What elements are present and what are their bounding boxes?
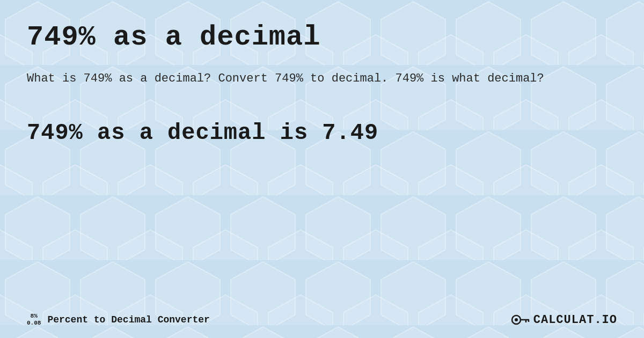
result-text: 749% as a decimal is 7.49 [27,120,617,146]
footer: 8% 0.08 Percent to Decimal Converter CAL… [27,312,617,327]
logo-text: CALCULAT.IO [533,313,617,327]
percent-bottom: 0.08 [27,320,41,327]
logo-icon [511,312,530,327]
footer-label: Percent to Decimal Converter [47,314,209,325]
percent-top: 8% [31,313,38,320]
percent-icon: 8% 0.08 [27,313,41,327]
svg-point-9 [515,318,518,321]
page-description: What is 749% as a decimal? Convert 749% … [27,69,617,88]
logo: CALCULAT.IO [511,312,617,327]
footer-left: 8% 0.08 Percent to Decimal Converter [27,313,210,327]
page-title: 749% as a decimal [27,21,617,53]
result-section: 749% as a decimal is 7.49 [27,120,617,146]
